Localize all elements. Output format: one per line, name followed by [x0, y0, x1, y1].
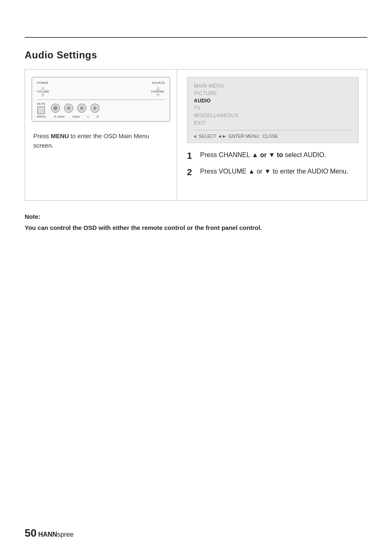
tv-bottom-row: MUTE [37, 102, 165, 114]
brand-spree: spree [57, 531, 74, 538]
channel-col: △ CHANNEL ▽ [151, 86, 165, 97]
osd-menu: MAIN MENU PICTURE AUDIO TV MISCELLANEOUS… [187, 77, 359, 143]
footer: 50 HANNspree [25, 527, 74, 540]
svideo-bottom-label: S-video [54, 115, 65, 118]
osd-item-mainmenu: MAIN MENU [194, 83, 352, 89]
steps: 1 Press CHANNEL ▲ or ▼ to select AUDIO. … [187, 151, 359, 193]
right-panel: MAIN MENU PICTURE AUDIO TV MISCELLANEOUS… [177, 70, 367, 200]
osd-item-tv: TV [194, 105, 352, 111]
channel-down-arrow: ▽ [157, 93, 159, 97]
l-bottom-label: L [88, 115, 89, 118]
power-label: POWER [37, 81, 48, 84]
instruction-box: POWER SOURCE △ VOLUME ▽ △ CHANNEL ▽ [25, 69, 367, 201]
volume-up-arrow: △ [42, 86, 44, 90]
brand-name: HANNspree [38, 531, 74, 538]
volume-down-arrow: ▽ [42, 93, 44, 97]
step-1-text: Press CHANNEL ▲ or ▼ to select AUDIO. [200, 151, 326, 160]
osd-item-picture: PICTURE [194, 90, 352, 96]
osd-item-misc: MISCELLANEOUS [194, 113, 352, 118]
step-1-or: or [260, 151, 267, 158]
osd-item-audio: AUDIO [194, 98, 352, 104]
bottom-labels: MENU S-video Video L R [37, 115, 165, 118]
volume-label: VOLUME [37, 90, 49, 93]
r-bottom-label: R [97, 115, 99, 118]
note-title: Note: [25, 213, 367, 220]
svideo-knob [64, 104, 73, 113]
tv-panel-illustration: POWER SOURCE △ VOLUME ▽ △ CHANNEL ▽ [32, 77, 170, 122]
volume-col: △ VOLUME ▽ [37, 86, 49, 97]
note-section: Note: You can control the OSD with eithe… [25, 213, 367, 233]
top-rule [25, 37, 367, 38]
left-panel: POWER SOURCE △ VOLUME ▽ △ CHANNEL ▽ [25, 70, 177, 200]
tv-separator [37, 100, 165, 100]
step-2-number: 2 [187, 167, 200, 178]
knob-inner [53, 106, 58, 110]
channel-label: CHANNEL [151, 90, 165, 93]
step-2: 2 Press VOLUME ▲ or ▼ to enter the AUDIO… [187, 167, 359, 178]
menu-bold: MENU [51, 132, 69, 139]
mute-button [37, 107, 45, 114]
page-title: Audio Settings [25, 49, 367, 61]
brand-hann: HANN [38, 531, 57, 538]
osd-hint: ♦: SELECT ◄►: ENTER MENU : CLOSE [194, 130, 352, 139]
mute-label: MUTE [37, 102, 45, 105]
press-menu-text: Press MENU to enter the OSD Main Menu sc… [32, 132, 170, 150]
channel-up-arrow: △ [157, 86, 159, 90]
l-knob [77, 104, 86, 113]
note-body: You can control the OSD with either the … [25, 223, 367, 233]
center-knob [51, 104, 60, 113]
page-number: 50 [25, 527, 37, 540]
step-1-to: to [277, 151, 283, 158]
osd-item-exit: EXIT [194, 120, 352, 126]
menu-bottom-label: MENU [37, 115, 46, 118]
r-knob [90, 104, 99, 113]
center-control [51, 104, 60, 113]
step-1: 1 Press CHANNEL ▲ or ▼ to select AUDIO. [187, 151, 359, 161]
step-2-text: Press VOLUME ▲ or ▼ to enter the AUDIO M… [200, 167, 348, 176]
source-label: SOURCE [152, 81, 165, 84]
step-1-number: 1 [187, 151, 200, 161]
mute-group: MUTE [37, 102, 45, 114]
video-bottom-label: Video [72, 115, 80, 118]
